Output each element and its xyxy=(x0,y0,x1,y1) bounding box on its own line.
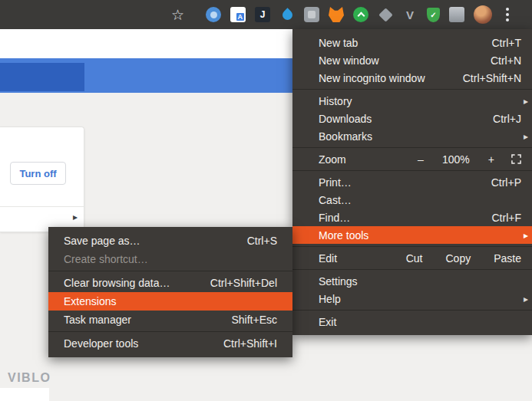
menu-item-exit[interactable]: Exit xyxy=(292,313,532,330)
menu-item-help[interactable]: Help▸ xyxy=(292,290,532,307)
zoom-controls: –100%+ xyxy=(418,153,521,166)
j-extension-icon[interactable] xyxy=(255,7,270,22)
menu-item-find[interactable]: Find…Ctrl+F xyxy=(292,209,532,226)
menu-separator xyxy=(292,147,532,148)
tab-strip xyxy=(0,29,292,58)
menu-item-settings[interactable]: Settings xyxy=(292,272,532,290)
bookmark-star-icon[interactable]: ☆ xyxy=(171,8,184,22)
menu-separator xyxy=(292,170,532,171)
metamask-fox-extension-icon[interactable] xyxy=(329,7,344,22)
green-circle-extension-icon[interactable] xyxy=(353,7,368,22)
edit-paste-button[interactable]: Paste xyxy=(494,252,521,265)
droplet-extension-icon[interactable] xyxy=(279,7,295,22)
banner-button[interactable] xyxy=(0,63,84,91)
menu-item-shortcut: Ctrl+F xyxy=(492,212,522,224)
menu-item-shortcut: Shift+Esc xyxy=(231,314,277,326)
menu-item-shortcut: Ctrl+Shift+N xyxy=(463,72,521,84)
submenu-item-developer-tools[interactable]: Developer toolsCtrl+Shift+I xyxy=(48,334,292,353)
submenu-item-create-shortcut: Create shortcut… xyxy=(48,250,292,268)
fullscreen-icon[interactable] xyxy=(511,154,521,164)
submenu-item-save-page-as[interactable]: Save page as…Ctrl+S xyxy=(48,232,292,250)
menu-item-label: Settings xyxy=(319,275,358,288)
menu-item-shortcut: Ctrl+Shift+Del xyxy=(210,277,277,289)
menu-item-label: Help xyxy=(319,293,341,305)
browser-toolbar: ☆ xyxy=(0,0,532,29)
translate-extension-icon[interactable] xyxy=(230,7,246,22)
menu-item-shortcut: Ctrl+P xyxy=(491,176,521,189)
gray-diamond-extension-icon[interactable] xyxy=(378,7,393,22)
menu-separator xyxy=(292,269,532,270)
zoom-out-button[interactable]: – xyxy=(418,153,424,166)
menu-item-zoom[interactable]: Zoom–100%+ xyxy=(292,150,532,168)
page-card: Turn off ▸ xyxy=(0,127,84,232)
menu-item-label: Downloads xyxy=(319,113,372,125)
submenu-arrow-icon: ▸ xyxy=(524,294,528,304)
chrome-menu: New tabCtrl+TNew windowCtrl+NNew incogni… xyxy=(292,29,532,335)
menu-item-label: History xyxy=(319,95,352,107)
menu-item-label: Bookmarks xyxy=(319,130,372,143)
v-extension-icon[interactable] xyxy=(402,7,418,22)
menu-item-more-tools[interactable]: More tools▸ xyxy=(292,226,532,244)
menu-item-label: New incognito window xyxy=(319,72,425,84)
edit-copy-button[interactable]: Copy xyxy=(446,252,471,265)
menu-item-new-window[interactable]: New windowCtrl+N xyxy=(292,51,532,69)
menu-item-print[interactable]: Print…Ctrl+P xyxy=(292,173,532,191)
submenu-item-extensions[interactable]: Extensions xyxy=(48,292,292,311)
card-divider xyxy=(0,206,84,207)
menu-item-label: More tools xyxy=(319,229,368,242)
menu-item-label: Create shortcut… xyxy=(64,253,148,265)
menu-item-shortcut: Ctrl+Shift+I xyxy=(223,337,277,350)
gray-extension-icon[interactable] xyxy=(304,7,319,22)
menu-item-cast[interactable]: Cast… xyxy=(292,191,532,209)
blue-circle-extension-icon[interactable] xyxy=(206,7,221,22)
turn-off-button[interactable]: Turn off xyxy=(10,162,66,185)
menu-item-label: Cast… xyxy=(319,194,352,206)
edit-cut-button[interactable]: Cut xyxy=(406,252,423,265)
menu-item-bookmarks[interactable]: Bookmarks▸ xyxy=(292,127,532,145)
submenu-item-task-manager[interactable]: Task managerShift+Esc xyxy=(48,311,292,329)
menu-item-shortcut: Ctrl+S xyxy=(247,235,277,247)
menu-item-label: Zoom xyxy=(319,153,346,166)
menu-separator xyxy=(292,310,532,311)
zoom-in-button[interactable]: + xyxy=(488,153,494,166)
menu-separator xyxy=(48,271,292,271)
page-bottom-panel xyxy=(0,388,49,401)
menu-separator xyxy=(292,246,532,247)
submenu-arrow-icon: ▸ xyxy=(524,96,528,107)
menu-item-label: New window xyxy=(319,54,379,67)
menu-item-downloads[interactable]: DownloadsCtrl+J xyxy=(292,110,532,127)
menu-item-label: Save page as… xyxy=(64,235,140,247)
menu-item-label: Task manager xyxy=(64,314,131,326)
viblo-logo[interactable]: VIBLO xyxy=(8,371,51,385)
zoom-level-value: 100% xyxy=(441,153,471,166)
menu-item-label: Clear browsing data… xyxy=(64,277,170,289)
browser-menu-kebab-icon[interactable] xyxy=(501,7,514,22)
menu-item-shortcut: Ctrl+N xyxy=(491,54,521,67)
page-banner xyxy=(0,58,292,93)
menu-separator xyxy=(48,331,292,332)
green-shield-extension-icon[interactable] xyxy=(427,8,440,22)
menu-item-history[interactable]: History▸ xyxy=(292,92,532,110)
more-tools-submenu: Save page as…Ctrl+SCreate shortcut…Clear… xyxy=(48,227,292,357)
menu-item-label: New tab xyxy=(319,37,358,49)
menu-item-label: Developer tools xyxy=(64,337,138,350)
submenu-item-clear-browsing-data[interactable]: Clear browsing data…Ctrl+Shift+Del xyxy=(48,274,292,292)
menu-item-label: Print… xyxy=(319,176,352,189)
edit-actions: CutCopyPaste xyxy=(406,252,521,265)
menu-item-edit[interactable]: EditCutCopyPaste xyxy=(292,249,532,267)
menu-item-new-tab[interactable]: New tabCtrl+T xyxy=(292,34,532,51)
expand-arrow-icon[interactable]: ▸ xyxy=(73,212,78,222)
menu-item-label: Edit xyxy=(319,252,337,265)
menu-item-label: Extensions xyxy=(64,295,116,307)
submenu-arrow-icon: ▸ xyxy=(524,230,528,241)
cube-extension-icon[interactable] xyxy=(449,7,464,22)
menu-item-label: Find… xyxy=(319,212,350,224)
submenu-arrow-icon: ▸ xyxy=(524,131,528,142)
menu-item-new-incognito-window[interactable]: New incognito windowCtrl+Shift+N xyxy=(292,69,532,87)
menu-item-label: Exit xyxy=(319,316,336,328)
profile-avatar[interactable] xyxy=(474,5,492,24)
menu-item-shortcut: Ctrl+J xyxy=(493,113,521,125)
menu-separator xyxy=(292,89,532,90)
menu-item-shortcut: Ctrl+T xyxy=(492,37,522,49)
